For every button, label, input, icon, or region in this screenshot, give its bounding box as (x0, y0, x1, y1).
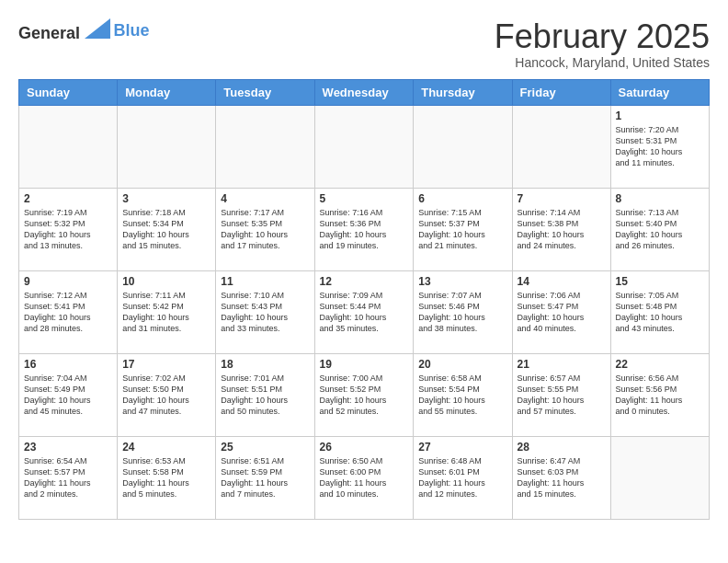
day-number: 4 (221, 192, 309, 205)
day-number: 15 (616, 275, 704, 288)
title-block: February 2025 Hancock, Maryland, United … (495, 18, 710, 70)
month-title: February 2025 (495, 18, 710, 55)
calendar-cell (414, 105, 512, 188)
day-info: Sunrise: 7:09 AM Sunset: 5:44 PM Dayligh… (320, 290, 409, 335)
calendar-cell: 25Sunrise: 6:51 AM Sunset: 5:59 PM Dayli… (216, 436, 314, 519)
day-info: Sunrise: 6:53 AM Sunset: 5:58 PM Dayligh… (122, 455, 210, 500)
day-info: Sunrise: 7:20 AM Sunset: 5:31 PM Dayligh… (616, 124, 704, 169)
calendar-cell: 22Sunrise: 6:56 AM Sunset: 5:56 PM Dayli… (610, 353, 709, 436)
calendar-week-4: 16Sunrise: 7:04 AM Sunset: 5:49 PM Dayli… (19, 353, 710, 436)
page-header: General Blue February 2025 Hancock, Mary… (18, 18, 710, 70)
calendar-cell: 9Sunrise: 7:12 AM Sunset: 5:41 PM Daylig… (19, 270, 118, 353)
calendar-week-2: 2Sunrise: 7:19 AM Sunset: 5:32 PM Daylig… (19, 188, 710, 270)
logo-text: General (18, 18, 110, 42)
calendar-cell: 28Sunrise: 6:47 AM Sunset: 6:03 PM Dayli… (512, 436, 610, 519)
day-info: Sunrise: 6:58 AM Sunset: 5:54 PM Dayligh… (418, 373, 506, 418)
calendar-cell: 1Sunrise: 7:20 AM Sunset: 5:31 PM Daylig… (610, 105, 709, 188)
calendar-table: SundayMondayTuesdayWednesdayThursdayFrid… (18, 79, 710, 520)
day-info: Sunrise: 7:11 AM Sunset: 5:42 PM Dayligh… (122, 290, 210, 335)
day-number: 14 (518, 275, 606, 288)
day-number: 3 (122, 192, 210, 205)
day-number: 2 (24, 192, 112, 205)
logo-blue: Blue (114, 21, 150, 40)
day-number: 1 (616, 109, 704, 122)
day-number: 27 (418, 441, 506, 454)
day-number: 7 (518, 192, 606, 205)
day-info: Sunrise: 7:17 AM Sunset: 5:35 PM Dayligh… (221, 207, 309, 252)
calendar-cell: 23Sunrise: 6:54 AM Sunset: 5:57 PM Dayli… (19, 436, 118, 519)
day-info: Sunrise: 6:50 AM Sunset: 6:00 PM Dayligh… (320, 455, 409, 500)
weekday-header-wednesday: Wednesday (314, 79, 414, 105)
day-info: Sunrise: 7:00 AM Sunset: 5:52 PM Dayligh… (320, 373, 409, 418)
day-info: Sunrise: 7:01 AM Sunset: 5:51 PM Dayligh… (221, 373, 309, 418)
day-number: 28 (518, 441, 606, 454)
calendar-cell: 14Sunrise: 7:06 AM Sunset: 5:47 PM Dayli… (512, 270, 610, 353)
logo-general: General (18, 24, 80, 42)
day-number: 25 (221, 441, 309, 454)
calendar-cell (512, 105, 610, 188)
day-info: Sunrise: 7:10 AM Sunset: 5:43 PM Dayligh… (221, 290, 309, 335)
calendar-cell: 19Sunrise: 7:00 AM Sunset: 5:52 PM Dayli… (314, 353, 414, 436)
calendar-cell: 3Sunrise: 7:18 AM Sunset: 5:34 PM Daylig… (118, 188, 216, 270)
day-info: Sunrise: 7:13 AM Sunset: 5:40 PM Dayligh… (616, 207, 704, 252)
day-info: Sunrise: 7:16 AM Sunset: 5:36 PM Dayligh… (320, 207, 409, 252)
day-number: 22 (616, 358, 704, 371)
logo-triangle-icon (85, 18, 110, 39)
calendar-cell: 16Sunrise: 7:04 AM Sunset: 5:49 PM Dayli… (19, 353, 118, 436)
day-info: Sunrise: 6:54 AM Sunset: 5:57 PM Dayligh… (24, 455, 112, 500)
day-number: 12 (320, 275, 409, 288)
calendar-cell: 8Sunrise: 7:13 AM Sunset: 5:40 PM Daylig… (610, 188, 709, 270)
day-info: Sunrise: 7:15 AM Sunset: 5:37 PM Dayligh… (418, 207, 506, 252)
day-info: Sunrise: 7:07 AM Sunset: 5:46 PM Dayligh… (418, 290, 506, 335)
logo-blue-line: Blue (114, 22, 150, 40)
weekday-header-row: SundayMondayTuesdayWednesdayThursdayFrid… (19, 79, 710, 105)
calendar-week-5: 23Sunrise: 6:54 AM Sunset: 5:57 PM Dayli… (19, 436, 710, 519)
calendar-cell: 12Sunrise: 7:09 AM Sunset: 5:44 PM Dayli… (314, 270, 414, 353)
day-number: 8 (616, 192, 704, 205)
day-info: Sunrise: 6:57 AM Sunset: 5:55 PM Dayligh… (518, 373, 606, 418)
calendar-cell: 17Sunrise: 7:02 AM Sunset: 5:50 PM Dayli… (118, 353, 216, 436)
day-number: 5 (320, 192, 409, 205)
calendar-cell (19, 105, 118, 188)
calendar-cell: 24Sunrise: 6:53 AM Sunset: 5:58 PM Dayli… (118, 436, 216, 519)
svg-marker-0 (85, 18, 110, 39)
calendar-cell: 20Sunrise: 6:58 AM Sunset: 5:54 PM Dayli… (414, 353, 512, 436)
weekday-header-sunday: Sunday (19, 79, 118, 105)
day-info: Sunrise: 7:04 AM Sunset: 5:49 PM Dayligh… (24, 373, 112, 418)
calendar-cell: 26Sunrise: 6:50 AM Sunset: 6:00 PM Dayli… (314, 436, 414, 519)
day-info: Sunrise: 6:47 AM Sunset: 6:03 PM Dayligh… (518, 455, 606, 500)
day-number: 24 (122, 441, 210, 454)
day-info: Sunrise: 6:48 AM Sunset: 6:01 PM Dayligh… (418, 455, 506, 500)
day-info: Sunrise: 7:18 AM Sunset: 5:34 PM Dayligh… (122, 207, 210, 252)
day-info: Sunrise: 7:06 AM Sunset: 5:47 PM Dayligh… (518, 290, 606, 335)
location: Hancock, Maryland, United States (495, 55, 710, 70)
calendar-cell: 7Sunrise: 7:14 AM Sunset: 5:38 PM Daylig… (512, 188, 610, 270)
calendar-cell (216, 105, 314, 188)
day-number: 18 (221, 358, 309, 371)
day-info: Sunrise: 6:51 AM Sunset: 5:59 PM Dayligh… (221, 455, 309, 500)
logo-mark: General Blue (18, 18, 150, 42)
day-info: Sunrise: 7:05 AM Sunset: 5:48 PM Dayligh… (616, 290, 704, 335)
logo: General Blue (18, 18, 150, 42)
calendar-cell: 10Sunrise: 7:11 AM Sunset: 5:42 PM Dayli… (118, 270, 216, 353)
calendar-cell (118, 105, 216, 188)
day-number: 21 (518, 358, 606, 371)
weekday-header-friday: Friday (512, 79, 610, 105)
day-number: 6 (418, 192, 506, 205)
day-number: 19 (320, 358, 409, 371)
day-info: Sunrise: 7:02 AM Sunset: 5:50 PM Dayligh… (122, 373, 210, 418)
day-number: 9 (24, 275, 112, 288)
calendar-cell: 13Sunrise: 7:07 AM Sunset: 5:46 PM Dayli… (414, 270, 512, 353)
calendar-cell: 21Sunrise: 6:57 AM Sunset: 5:55 PM Dayli… (512, 353, 610, 436)
weekday-header-monday: Monday (118, 79, 216, 105)
day-info: Sunrise: 7:14 AM Sunset: 5:38 PM Dayligh… (518, 207, 606, 252)
day-number: 26 (320, 441, 409, 454)
day-number: 16 (24, 358, 112, 371)
calendar-cell: 11Sunrise: 7:10 AM Sunset: 5:43 PM Dayli… (216, 270, 314, 353)
day-number: 13 (418, 275, 506, 288)
weekday-header-saturday: Saturday (610, 79, 709, 105)
day-info: Sunrise: 6:56 AM Sunset: 5:56 PM Dayligh… (616, 373, 704, 418)
day-number: 17 (122, 358, 210, 371)
day-number: 11 (221, 275, 309, 288)
day-info: Sunrise: 7:19 AM Sunset: 5:32 PM Dayligh… (24, 207, 112, 252)
